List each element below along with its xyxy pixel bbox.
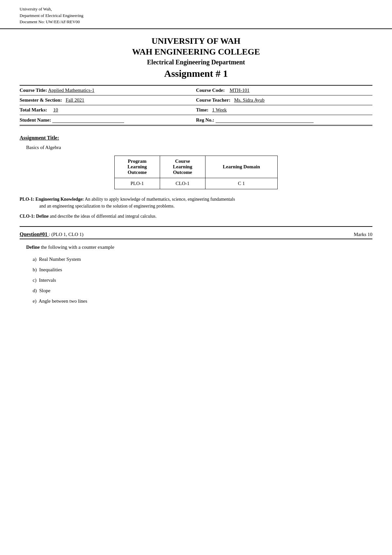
question-label-full: Question#01 : (PLO 1, CLO 1): [20, 231, 84, 237]
plo-label: PLO-1: Engineering Knowledge:: [20, 197, 84, 202]
marks-display: Marks 10: [354, 232, 372, 237]
university-header: UNIVERSITY OF WAH WAH ENGINEERING COLLEG…: [20, 36, 372, 81]
clo-text: and describe the ideas of differential a…: [49, 214, 156, 219]
marks-row: Total Marks: 10 Time: 1 Week: [20, 105, 372, 115]
course-info: Course Title: Applied Mathematics-1 Cour…: [20, 85, 372, 126]
list-item: a) Real Number System: [33, 255, 372, 263]
question-label-text: Question#0: [20, 231, 45, 237]
letterhead-line2: Department of Electrical Engineering: [20, 12, 372, 19]
list-item: c) Intervals: [33, 276, 372, 284]
course-code-value: MTH-101: [230, 88, 250, 93]
plo-col2-header: CourseLearningOutcome: [160, 156, 205, 178]
semester-value: Fall 2021: [66, 97, 84, 103]
plo-col1-header: ProgramLearningOutcome: [115, 156, 160, 178]
instruction-text: the following with a counter example: [40, 244, 114, 250]
item-a-letter: a): [33, 257, 39, 262]
plo-table-wrapper: ProgramLearningOutcome CourseLearningOut…: [20, 156, 372, 189]
list-item: e) Angle between two lines: [33, 297, 372, 305]
university-name-line1: UNIVERSITY OF WAH: [20, 36, 372, 47]
clo-label: CLO-1: Define: [20, 214, 49, 219]
course-title-cell: Course Title: Applied Mathematics-1: [20, 88, 196, 93]
item-e-letter: e): [33, 298, 39, 304]
dept-name: Electrical Engineering Department: [20, 58, 372, 67]
instruction-bold: Define: [26, 244, 40, 250]
letterhead-line1: University of Wah,: [20, 6, 372, 12]
semester-cell: Semester & Section: Fall 2021: [20, 97, 196, 103]
course-title-value: Applied Mathematics-1: [48, 88, 94, 93]
student-name-cell: Student Name:: [20, 117, 196, 123]
plo-text: An ability to apply knowledge of mathema…: [84, 197, 235, 202]
marks-label: Total Marks:: [20, 107, 47, 112]
item-a-text: Real Number System: [39, 257, 81, 262]
list-item: b) Inequalities: [33, 266, 372, 274]
assignment-title-main: Assignment # 1: [20, 67, 372, 80]
question-num: 1: [45, 231, 47, 237]
plo-description: PLO-1: Engineering Knowledge: An ability…: [20, 196, 372, 210]
time-label: Time:: [196, 107, 208, 112]
question-sub: : (PLO 1, CLO 1): [49, 232, 83, 237]
plo-table-header-row: ProgramLearningOutcome CourseLearningOut…: [115, 156, 278, 178]
plo-table: ProgramLearningOutcome CourseLearningOut…: [114, 156, 278, 189]
item-d-text: Slope: [39, 288, 50, 293]
item-e-text: Angle between two lines: [39, 298, 87, 304]
plo-row1-col3: C 1: [205, 178, 277, 189]
semester-label: Semester & Section:: [20, 97, 62, 103]
marks-value: 10: [53, 107, 58, 112]
item-c-letter: c): [33, 278, 39, 283]
question-body: Define the following with a counter exam…: [20, 244, 372, 305]
student-name-line: [52, 117, 124, 123]
description-section: PLO-1: Engineering Knowledge: An ability…: [20, 196, 372, 220]
letterhead: University of Wah, Department of Electri…: [0, 0, 392, 29]
reg-no-cell: Reg No.:: [196, 117, 372, 123]
item-c-text: Intervals: [39, 278, 56, 283]
clo-description: CLO-1: Define and describe the ideas of …: [20, 213, 372, 220]
time-cell: Time: 1 Week: [196, 107, 372, 113]
item-b-letter: b): [33, 267, 39, 272]
course-title-row: Course Title: Applied Mathematics-1 Cour…: [20, 86, 372, 95]
university-name-line2: WAH ENGINEERING COLLEGE: [20, 46, 372, 58]
item-b-text: Inequalities: [39, 267, 62, 272]
plo-table-data-row: PLO-1 CLO-1 C 1: [115, 178, 278, 189]
reg-no-line: [216, 117, 314, 123]
letterhead-line3: Document No: UW/EE/AF/REV00: [20, 19, 372, 25]
question-header: Question#01 : (PLO 1, CLO 1) Marks 10: [20, 230, 372, 239]
semester-row: Semester & Section: Fall 2021 Course Tea…: [20, 95, 372, 105]
plo-text-indent: and an engineering specialization to the…: [20, 203, 372, 210]
assignment-title-heading: Assignment Title:: [20, 135, 372, 141]
item-d-letter: d): [33, 288, 39, 293]
student-name-label: Student Name:: [20, 117, 51, 123]
course-title-label: Course Title:: [20, 88, 47, 93]
reg-no-label: Reg No.:: [196, 117, 214, 123]
section-divider: [20, 226, 372, 227]
marks-cell: Total Marks: 10: [20, 107, 196, 113]
question-instruction: Define the following with a counter exam…: [26, 244, 372, 250]
plo-row1-col2: CLO-1: [160, 178, 205, 189]
course-code-label: Course Code:: [196, 88, 225, 93]
assignment-title-section: Assignment Title: Basics of Algebra Prog…: [20, 135, 372, 220]
teacher-value: Ms. Sidra Ayub: [234, 97, 265, 103]
teacher-label: Course Teacher:: [196, 97, 230, 103]
plo-col3-header: Learning Domain: [205, 156, 277, 178]
question-list: a) Real Number System b) Inequalities c)…: [26, 255, 372, 305]
list-item: d) Slope: [33, 287, 372, 294]
time-value: 1 Week: [212, 107, 227, 112]
assignment-title-value: Basics of Algebra: [20, 145, 372, 150]
page: University of Wah, Department of Electri…: [0, 0, 392, 555]
plo-row1-col1: PLO-1: [115, 178, 160, 189]
main-content: UNIVERSITY OF WAH WAH ENGINEERING COLLEG…: [0, 29, 392, 321]
student-row: Student Name: Reg No.:: [20, 115, 372, 126]
question-label: Question#01: [20, 231, 49, 237]
course-code-cell: Course Code: MTH-101: [196, 88, 372, 93]
teacher-cell: Course Teacher: Ms. Sidra Ayub: [196, 97, 372, 103]
